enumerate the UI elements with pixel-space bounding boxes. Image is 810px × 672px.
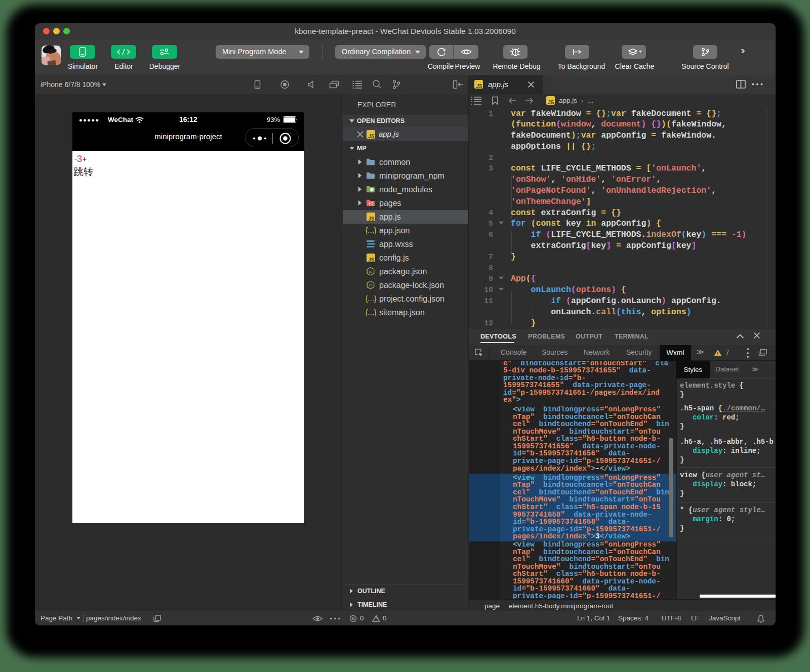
svg-text:js: js xyxy=(369,269,372,274)
svg-text:js: js xyxy=(369,283,372,287)
